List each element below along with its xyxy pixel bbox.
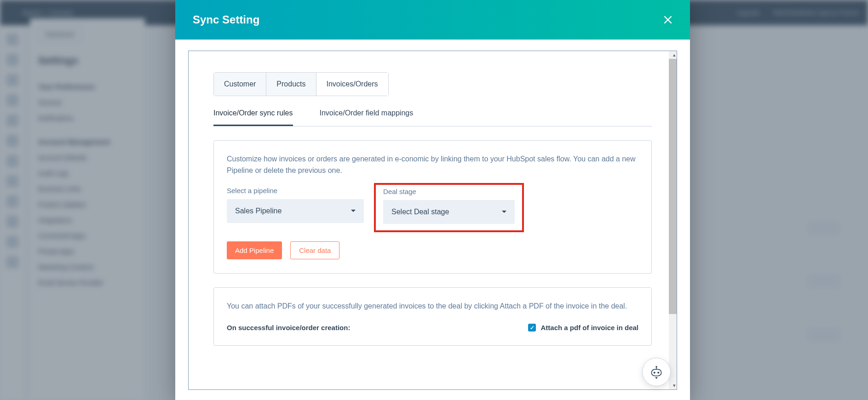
chat-fab[interactable]	[642, 358, 671, 386]
deal-stage-column: Deal stage Select Deal stage	[374, 183, 524, 232]
checkbox-label: Attach a pdf of invoice in deal	[540, 324, 638, 331]
pipeline-card: Customize how invoices or orders are gen…	[213, 140, 652, 274]
pipeline-select[interactable]: Sales Pipeline	[227, 199, 364, 223]
deal-stage-select[interactable]: Select Deal stage	[383, 200, 515, 224]
svg-point-4	[655, 366, 657, 368]
frame-scrollbar[interactable]: ▴ ▾	[669, 51, 677, 389]
add-pipeline-button[interactable]: Add Pipeline	[227, 241, 282, 259]
modal-title: Sync Setting	[193, 13, 259, 26]
tab-products[interactable]: Products	[266, 73, 316, 96]
sync-setting-modal: Sync Setting Customer Products Invoices/…	[175, 0, 690, 400]
content-frame: Customer Products Invoices/Orders Invoic…	[188, 51, 677, 390]
chatbot-icon	[649, 364, 664, 380]
primary-tabs: Customer Products Invoices/Orders	[213, 72, 389, 96]
modal-body: Customer Products Invoices/Orders Invoic…	[175, 40, 690, 400]
pipeline-label: Select a pipeline	[227, 187, 364, 194]
pipeline-column: Select a pipeline Sales Pipeline	[227, 187, 364, 232]
caret-down-icon	[351, 210, 356, 212]
svg-point-7	[654, 371, 655, 373]
svg-rect-6	[651, 369, 661, 376]
secondary-tabs: Invoice/Order sync rules Invoice/Order f…	[213, 109, 652, 126]
caret-down-icon	[502, 211, 506, 213]
close-icon[interactable]	[663, 15, 673, 24]
deal-stage-value: Select Deal stage	[391, 208, 449, 216]
attach-pdf-card: You can attach PDFs of your successfully…	[213, 287, 652, 346]
attach-pdf-description: You can attach PDFs of your successfully…	[227, 301, 638, 312]
subtab-field-mappings[interactable]: Invoice/Order field mappings	[320, 109, 414, 126]
pipeline-value: Sales Pipeline	[235, 207, 282, 215]
subtab-sync-rules[interactable]: Invoice/Order sync rules	[213, 109, 293, 126]
modal-header: Sync Setting	[175, 0, 690, 40]
checkbox-checked-icon: ✓	[528, 324, 536, 331]
pipeline-description: Customize how invoices or orders are gen…	[227, 154, 638, 177]
clear-data-button[interactable]: Clear data	[290, 241, 339, 259]
tab-invoices-orders[interactable]: Invoices/Orders	[316, 73, 388, 96]
scroll-up-icon[interactable]: ▴	[673, 52, 676, 58]
deal-stage-label: Deal stage	[383, 188, 515, 195]
svg-point-8	[657, 371, 659, 373]
scrollbar-thumb[interactable]	[669, 59, 677, 314]
on-success-label: On successful invoice/order creation:	[227, 324, 350, 331]
attach-pdf-checkbox[interactable]: ✓ Attach a pdf of invoice in deal	[528, 324, 638, 331]
scroll-down-icon[interactable]: ▾	[673, 383, 676, 389]
tab-customer[interactable]: Customer	[214, 73, 266, 96]
